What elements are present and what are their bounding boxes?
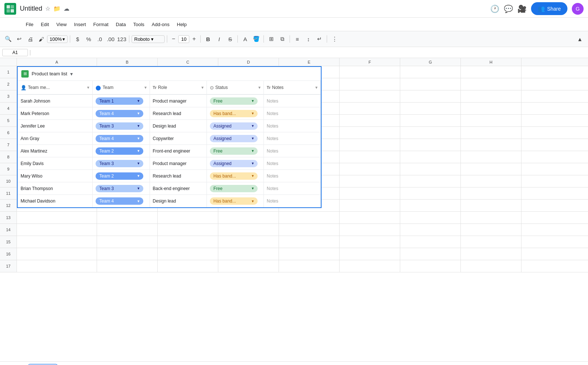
status-badge[interactable]: Assigned ▾ [210,122,258,130]
align-button[interactable]: ≡ [292,34,302,44]
cell-team[interactable]: Team 4 ▾ [93,107,150,119]
cell-status[interactable]: Assigned ▾ [207,157,264,169]
grid-cell[interactable] [400,115,461,126]
th-role[interactable]: Tr Role ▾ [150,81,207,94]
grid-cell[interactable] [17,224,97,236]
grid-cell[interactable] [158,224,218,236]
status-badge[interactable]: Has band... ▾ [210,172,258,180]
grid-cell[interactable] [461,175,521,187]
status-badge[interactable]: Free ▾ [210,185,258,192]
grid-cell[interactable] [340,212,400,223]
cell-team[interactable]: Team 2 ▾ [93,170,150,182]
grid-cell[interactable] [461,224,521,236]
col-header-c[interactable]: C [158,58,218,66]
undo-button[interactable]: ↩ [14,34,24,44]
menu-insert[interactable]: Insert [70,20,90,29]
grid-cell[interactable] [340,139,400,151]
col-header-f[interactable]: F [340,58,400,66]
row-number[interactable]: 3 [0,90,17,102]
grid-cell[interactable] [400,248,461,260]
row-number[interactable]: 4 [0,103,17,114]
formula-input[interactable] [32,50,586,55]
grid-cell[interactable] [461,151,521,163]
cell-member[interactable]: Brian Thompson [18,182,93,194]
merge-button[interactable]: ⧉ [277,34,287,44]
doc-title[interactable]: Untitled [20,5,42,12]
grid-cell[interactable] [400,260,461,272]
team-badge[interactable]: Team 3 ▾ [96,185,143,192]
share-button[interactable]: 👥 Share [531,2,567,15]
avatar[interactable]: G [572,3,584,15]
search-button[interactable]: 🔍 [3,34,13,44]
number-format-button[interactable]: 123 [116,34,127,44]
grid-cell[interactable] [17,260,97,272]
grid-cell[interactable] [400,163,461,175]
cell-member[interactable]: Jennifer Lee [18,120,93,132]
col-header-d[interactable]: D [218,58,279,66]
cell-notes[interactable]: Notes [264,107,321,119]
grid-cell[interactable] [340,78,400,90]
cell-notes[interactable]: Notes [264,182,321,194]
grid-cell[interactable] [279,260,340,272]
team-badge[interactable]: Team 2 ▾ [96,147,143,155]
grid-cell[interactable] [340,175,400,187]
grid-cell[interactable] [461,260,521,272]
grid-cell[interactable] [17,236,97,248]
th-team[interactable]: ⬤ Team ▾ [93,81,150,94]
grid-cell[interactable] [340,66,400,78]
grid-cell[interactable] [461,103,521,114]
grid-cell[interactable] [218,212,279,223]
cell-member[interactable]: Alex Martinez [18,145,93,157]
grid-cell[interactable] [461,187,521,199]
status-badge[interactable]: Free ▾ [210,97,258,105]
row-number[interactable]: 15 [0,236,17,248]
cell-member[interactable]: Sarah Johnson [18,95,93,107]
grid-cell[interactable] [400,127,461,139]
grid-cell[interactable] [279,236,340,248]
team-badge[interactable]: Team 3 ▾ [96,160,143,167]
grid-cell[interactable] [97,224,158,236]
cell-member[interactable]: Michael Davidson [18,195,93,207]
bold-button[interactable]: B [203,34,213,44]
status-badge[interactable]: Has band... ▾ [210,110,258,117]
cell-member[interactable]: Mark Peterson [18,107,93,119]
grid-cell[interactable] [400,187,461,199]
cell-notes[interactable]: Notes [264,95,321,107]
cell-status[interactable]: Free ▾ [207,95,264,107]
team-badge[interactable]: Team 3 ▾ [96,122,143,130]
font-size-input[interactable] [178,35,189,43]
grid-cell[interactable] [279,224,340,236]
col-header-e[interactable]: E [279,58,340,66]
history-icon[interactable]: 🕐 [490,4,499,13]
menu-data[interactable]: Data [112,20,129,29]
star-icon[interactable]: ☆ [45,5,50,12]
status-badge[interactable]: Has band... ▾ [210,197,258,205]
col-header-b[interactable]: B [97,58,158,66]
row-number[interactable]: 16 [0,248,17,260]
team-badge[interactable]: Team 1 ▾ [96,97,143,105]
currency-button[interactable]: $ [72,34,83,44]
grid-cell[interactable] [340,248,400,260]
cell-team[interactable]: Team 3 ▾ [93,182,150,194]
cell-status[interactable]: Has band... ▾ [207,195,264,207]
grid-cell[interactable] [461,66,521,78]
row-number[interactable]: 6 [0,127,17,139]
grid-cell[interactable] [340,260,400,272]
row-number[interactable]: 13 [0,212,17,223]
col-header-g[interactable]: G [400,58,461,66]
grid-cell[interactable] [400,103,461,114]
decimal-dec-button[interactable]: .0 [94,34,105,44]
grid-cell[interactable] [340,236,400,248]
grid-cell[interactable] [400,151,461,163]
comment-icon[interactable]: 💬 [504,4,513,13]
team-badge[interactable]: Team 2 ▾ [96,172,143,180]
cell-notes[interactable]: Notes [264,120,321,132]
print-button[interactable]: 🖨 [25,34,35,44]
col-header-a[interactable]: A [17,58,97,66]
grid-cell[interactable] [400,90,461,102]
row-number[interactable]: 7 [0,139,17,151]
cell-reference-box[interactable] [2,49,28,56]
font-size-increase[interactable]: + [190,35,198,43]
grid-cell[interactable] [158,260,218,272]
grid-cell[interactable] [340,115,400,126]
